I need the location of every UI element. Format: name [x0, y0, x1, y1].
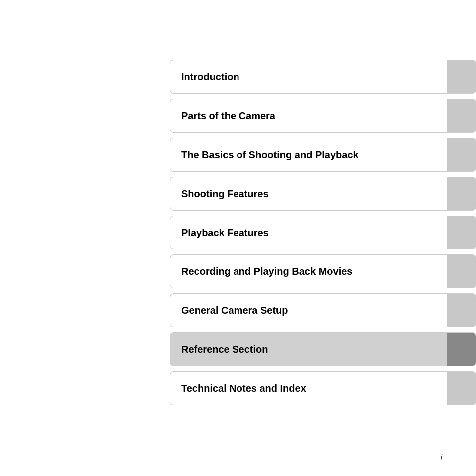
toc-text-technical-notes: Technical Notes and Index — [181, 383, 306, 394]
toc-text-introduction: Introduction — [181, 71, 239, 83]
toc-text-playback-features: Playback Features — [181, 227, 269, 238]
toc-item-technical-notes[interactable]: Technical Notes and Index — [170, 371, 476, 405]
toc-tab-general-camera-setup — [447, 293, 476, 327]
toc-item-parts-of-the-camera[interactable]: Parts of the Camera — [170, 99, 476, 133]
toc-text-parts-of-the-camera: Parts of the Camera — [181, 110, 275, 122]
toc-item-playback-features[interactable]: Playback Features — [170, 216, 476, 249]
toc-item-recording-movies[interactable]: Recording and Playing Back Movies — [170, 254, 476, 288]
toc-label-technical-notes: Technical Notes and Index — [170, 371, 447, 405]
table-of-contents: IntroductionParts of the CameraThe Basic… — [170, 60, 476, 405]
toc-tab-parts-of-the-camera — [447, 99, 476, 133]
toc-tab-introduction — [447, 60, 476, 94]
toc-item-introduction[interactable]: Introduction — [170, 60, 476, 94]
toc-label-parts-of-the-camera: Parts of the Camera — [170, 99, 447, 133]
toc-item-general-camera-setup[interactable]: General Camera Setup — [170, 293, 476, 327]
toc-text-basics-of-shooting: The Basics of Shooting and Playback — [181, 149, 359, 161]
toc-tab-playback-features — [447, 216, 476, 249]
toc-text-shooting-features: Shooting Features — [181, 188, 269, 200]
toc-tab-shooting-features — [447, 177, 476, 211]
toc-item-shooting-features[interactable]: Shooting Features — [170, 177, 476, 211]
toc-label-reference-section: Reference Section — [170, 332, 447, 366]
toc-tab-reference-section — [447, 332, 476, 366]
page-number: i — [440, 453, 442, 462]
toc-tab-basics-of-shooting — [447, 138, 476, 172]
toc-label-recording-movies: Recording and Playing Back Movies — [170, 254, 447, 288]
toc-tab-recording-movies — [447, 254, 476, 288]
toc-label-introduction: Introduction — [170, 60, 447, 94]
toc-label-basics-of-shooting: The Basics of Shooting and Playback — [170, 138, 447, 172]
toc-text-general-camera-setup: General Camera Setup — [181, 305, 288, 316]
toc-item-basics-of-shooting[interactable]: The Basics of Shooting and Playback — [170, 138, 476, 172]
toc-label-general-camera-setup: General Camera Setup — [170, 293, 447, 327]
toc-text-recording-movies: Recording and Playing Back Movies — [181, 266, 352, 277]
toc-label-playback-features: Playback Features — [170, 216, 447, 249]
toc-text-reference-section: Reference Section — [181, 344, 268, 355]
toc-tab-technical-notes — [447, 371, 476, 405]
toc-label-shooting-features: Shooting Features — [170, 177, 447, 211]
toc-item-reference-section[interactable]: Reference Section — [170, 332, 476, 366]
